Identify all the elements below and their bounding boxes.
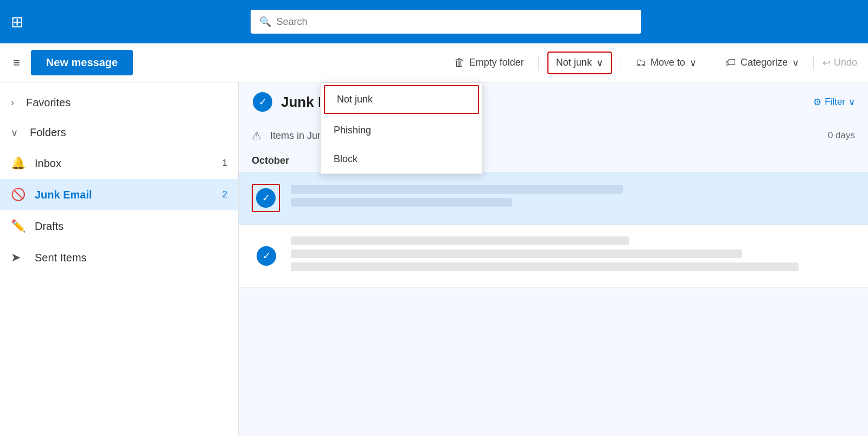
junk-email-label: Junk Email xyxy=(35,189,214,201)
folder-icon: 🗂 xyxy=(635,56,646,69)
folders-chevron-icon: ∨ xyxy=(11,127,18,139)
favorites-chevron-icon: › xyxy=(11,97,14,108)
inbox-icon: 🔔 xyxy=(11,156,26,170)
dropdown-item-not-junk[interactable]: Not junk xyxy=(324,85,479,114)
email-row-1[interactable]: ✓ xyxy=(239,172,868,225)
sidebar-item-favorites[interactable]: › Favorites xyxy=(0,88,238,118)
empty-folder-label: Empty folder xyxy=(469,57,524,68)
separator-3 xyxy=(711,55,711,70)
october-label: October xyxy=(252,155,289,166)
sidebar-item-folders[interactable]: ∨ Folders xyxy=(0,118,238,148)
separator-1 xyxy=(538,55,539,70)
filter-label: Filter xyxy=(825,97,845,107)
sidebar-item-drafts[interactable]: ✏️ Drafts xyxy=(0,210,238,242)
email-blurred-line-5 xyxy=(291,262,799,271)
email-blurred-line-4 xyxy=(291,249,742,258)
move-to-button[interactable]: 🗂 Move to ∨ xyxy=(630,52,702,73)
separator-2 xyxy=(621,55,621,70)
sidebar-item-junk-email[interactable]: 🚫 Junk Email 2 xyxy=(0,179,238,210)
days-label: 0 days xyxy=(828,130,855,141)
categorize-label: Categorize xyxy=(741,57,788,68)
warning-icon: ⚠ xyxy=(252,129,261,142)
categorize-chevron-icon: ∨ xyxy=(792,57,799,69)
drafts-label: Drafts xyxy=(35,220,227,233)
undo-button[interactable]: ↩ Undo xyxy=(822,57,857,69)
not-junk-label: Not junk xyxy=(556,57,592,68)
email-content-2 xyxy=(291,236,855,275)
toolbar: ≡ New message 🗑 Empty folder Not junk ∨ … xyxy=(0,43,868,82)
hamburger-button[interactable]: ≡ xyxy=(11,54,22,72)
sent-items-icon: ➤ xyxy=(11,251,26,265)
search-input[interactable] xyxy=(277,16,633,28)
not-junk-dropdown: Not junk Phishing Block xyxy=(320,82,483,174)
junk-email-checkbox[interactable]: ✓ xyxy=(253,92,272,112)
email-content-1 xyxy=(291,185,844,211)
undo-label: Undo xyxy=(834,57,857,68)
app-grid-icon[interactable]: ⊞ xyxy=(11,13,23,31)
empty-folder-button[interactable]: 🗑 Empty folder xyxy=(449,52,529,73)
move-to-chevron-icon: ∨ xyxy=(690,57,697,69)
move-to-label: Move to xyxy=(650,57,685,68)
sidebar: › Favorites ∨ Folders 🔔 Inbox 1 🚫 Junk E… xyxy=(0,82,239,436)
chevron-down-icon: ∨ xyxy=(596,57,603,69)
drafts-icon: ✏️ xyxy=(11,219,26,233)
undo-icon: ↩ xyxy=(822,57,831,69)
sidebar-item-sent-items[interactable]: ➤ Sent Items xyxy=(0,242,238,273)
filter-button[interactable]: ⚙ Filter ∨ xyxy=(813,97,855,108)
email-blurred-line-3 xyxy=(291,236,629,245)
email-row-2[interactable]: ✓ xyxy=(239,225,868,288)
inbox-badge: 1 xyxy=(222,158,227,169)
email-checkbox-1[interactable]: ✓ xyxy=(252,184,280,212)
sidebar-item-inbox[interactable]: 🔔 Inbox 1 xyxy=(0,148,238,179)
tag-icon: 🏷 xyxy=(725,56,736,69)
dropdown-item-block[interactable]: Block xyxy=(321,145,482,174)
sent-items-label: Sent Items xyxy=(35,252,227,264)
filter-chevron-icon: ∨ xyxy=(848,97,855,108)
not-junk-button[interactable]: Not junk ∨ xyxy=(547,52,612,74)
junk-email-icon: 🚫 xyxy=(11,188,26,202)
dropdown-item-phishing[interactable]: Phishing xyxy=(321,116,482,145)
email-blurred-line-1 xyxy=(291,185,623,194)
email-check-icon-2: ✓ xyxy=(257,246,276,266)
checkmark-icon: ✓ xyxy=(259,96,267,108)
trash-icon: 🗑 xyxy=(454,56,465,69)
favorites-label: Favorites xyxy=(26,97,227,109)
email-checkbox-area-2[interactable]: ✓ xyxy=(252,242,280,270)
search-icon: 🔍 xyxy=(259,16,271,28)
folders-label: Folders xyxy=(30,126,227,139)
categorize-button[interactable]: 🏷 Categorize ∨ xyxy=(720,52,805,73)
email-check-icon-1: ✓ xyxy=(256,188,276,208)
search-bar: 🔍 xyxy=(251,10,641,34)
new-message-button[interactable]: New message xyxy=(31,50,133,75)
junk-email-badge: 2 xyxy=(222,189,227,200)
email-blurred-line-2 xyxy=(291,198,512,207)
inbox-label: Inbox xyxy=(35,157,214,170)
top-bar: ⊞ 🔍 xyxy=(0,0,868,43)
items-in-jun-label: Items in Jun xyxy=(270,130,323,142)
filter-icon: ⚙ xyxy=(813,97,821,108)
separator-4 xyxy=(813,55,814,70)
